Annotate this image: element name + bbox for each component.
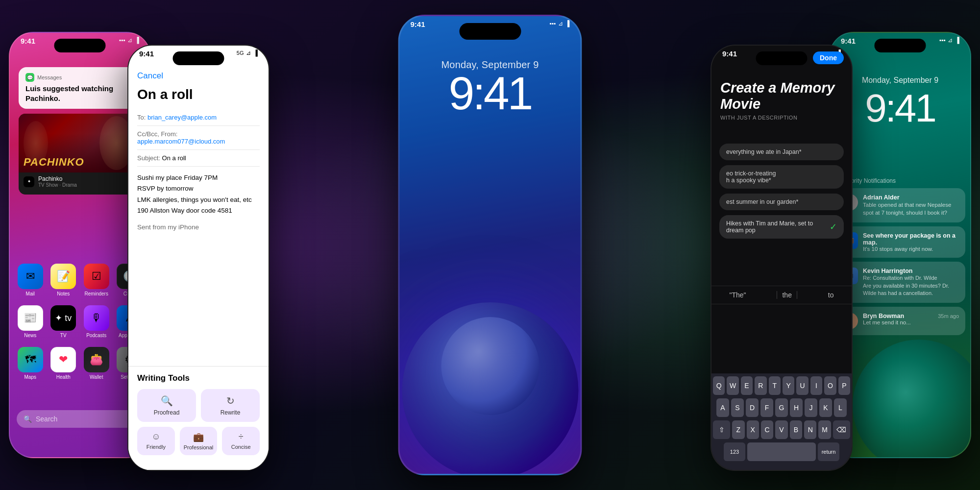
phone4-done-btn[interactable]: Done (813, 51, 844, 64)
phone1-app-podcasts[interactable]: 🎙 Podcasts (84, 305, 109, 338)
phone3-status-time: 9:41 (411, 20, 425, 28)
key-X[interactable]: X (747, 420, 759, 439)
key-J[interactable]: J (805, 398, 817, 417)
phone1-tv-card[interactable]: PACHINKO ✦ Pachinko TV Show · Drama (19, 114, 141, 195)
phone1-search-icon: 🔍 (24, 415, 32, 423)
key-U[interactable]: U (796, 376, 808, 395)
phone5-notif-3-body: Kevin Harrington Re: Consultation with D… (863, 268, 959, 297)
phone2-cancel-btn[interactable]: Cancel (137, 71, 163, 81)
phone5-notif-3-row: ✉ Kevin Harrington Re: Consultation with… (841, 268, 959, 297)
phone4-check-icon: ✓ (830, 221, 837, 232)
phone1-status-icons: ▪▪▪ ⊿ ▐ (119, 37, 139, 44)
key-E[interactable]: E (741, 376, 753, 395)
phone5-notif-2[interactable]: 📦 See where your package is on a map. It… (835, 226, 965, 258)
phone1-battery-icon: ▐ (135, 37, 139, 44)
key-V[interactable]: V (775, 420, 787, 439)
key-L[interactable]: L (834, 398, 847, 417)
key-Y[interactable]: Y (783, 376, 794, 395)
phone2-subject-value: On a roll (162, 154, 186, 162)
phone2-concise-btn[interactable]: ÷ Concise (222, 427, 260, 455)
phone2-professional-btn[interactable]: 💼 Professional (180, 427, 218, 455)
phone1-dynamic-island (54, 39, 106, 52)
key-A[interactable]: A (716, 398, 729, 417)
key-123[interactable]: 123 (724, 442, 745, 461)
key-shift[interactable]: ⇧ (713, 420, 730, 439)
phone2-friendly-btn[interactable]: ☺ Friendly (137, 427, 175, 455)
phone5-priority-header: Priority Notifications (835, 177, 965, 184)
phone1-app-notes[interactable]: 📝 Notes (50, 264, 76, 296)
phone5-notif-4[interactable]: B Bryn Bowman 35m ago Let me send it no.… (835, 307, 965, 335)
key-T[interactable]: T (769, 376, 781, 395)
phone1-app-mail[interactable]: ✉ Mail (18, 264, 43, 296)
key-space[interactable] (747, 442, 816, 461)
phone1-notif-app: Messages (37, 74, 62, 80)
phone1-reminders-icon: ☑ (84, 264, 109, 289)
phone1-app-row-3: 🗺 Maps ❤ Health 👛 Wallet (14, 347, 146, 380)
phone2-writing-tools-panel: Writing Tools 🔍 Proofread ↻ Rewrite ☺ (128, 366, 269, 470)
phone5-notif-3[interactable]: ✉ Kevin Harrington Re: Consultation with… (835, 262, 965, 303)
key-F[interactable]: F (760, 398, 773, 417)
phone1-notification-card[interactable]: 💬 Messages Luis suggested watching Pachi… (19, 67, 141, 109)
phone1-app-maps[interactable]: 🗺 Maps (18, 347, 43, 380)
key-R[interactable]: R (755, 376, 766, 395)
phone1-mail-icon: ✉ (18, 264, 43, 289)
key-B[interactable]: B (790, 420, 802, 439)
phone4-key-row-4: 123 return (713, 442, 850, 461)
phone5-notif-2-title: See where your package is on a map. (863, 232, 959, 246)
phone2-body-line2: RSVP by tomorrow (137, 183, 260, 194)
key-delete[interactable]: ⌫ (833, 420, 850, 439)
phone5-notif-3-msg: Re: Consultation with Dr. WildeAre you a… (863, 274, 959, 297)
key-M[interactable]: M (818, 420, 831, 439)
phone2-cc-value: apple.marcom077@icloud.com (137, 138, 225, 145)
phone4-autocomplete-3[interactable]: to (823, 291, 839, 299)
phone2-email-body[interactable]: Sushi my place Friday 7PM RSVP by tomorr… (137, 172, 260, 233)
key-S[interactable]: S (731, 398, 744, 417)
phone2-status-icons: 5G ⊿ ▐ (237, 49, 258, 56)
phone1-podcasts-icon: 🎙 (84, 305, 109, 331)
phone1-app-news[interactable]: 📰 News (18, 305, 43, 338)
phone4-subtitle: WITH JUST A DESCRIPTION (720, 115, 843, 121)
key-H[interactable]: H (790, 398, 803, 417)
key-W[interactable]: W (727, 376, 738, 395)
phone1-show-info: ✦ Pachinko TV Show · Drama (19, 172, 141, 191)
phone2-concise-icon: ÷ (239, 432, 244, 442)
phone2-cc-field[interactable]: Cc/Bcc, From: apple.marcom077@icloud.com (137, 126, 260, 150)
key-G[interactable]: G (775, 398, 788, 417)
phone2-rewrite-icon: ↻ (226, 395, 235, 407)
phone2-to-label: To: (137, 114, 147, 121)
phone2-rewrite-btn[interactable]: ↻ Rewrite (201, 389, 260, 422)
phone-3: 9:41 ▪▪▪ ⊿ ▐ Monday, September 9 9:41 (398, 15, 582, 475)
phone4-status-time: 9:41 (722, 49, 737, 58)
phone4-dynamic-island (756, 51, 808, 65)
phone1-show-name: Pachinko (38, 175, 77, 182)
phone3-signal-icon: ▪▪▪ (549, 20, 556, 27)
phone2-cc-label: Cc/Bcc, From: (137, 130, 177, 138)
key-O[interactable]: O (824, 376, 836, 395)
phone2-to-field[interactable]: To: brian_carey@apple.com (137, 109, 260, 126)
phone1-search-bar[interactable]: 🔍 Search (17, 410, 143, 428)
key-I[interactable]: I (810, 376, 822, 395)
key-N[interactable]: N (804, 420, 816, 439)
key-Q[interactable]: Q (713, 376, 725, 395)
key-K[interactable]: K (819, 398, 832, 417)
phone5-notif-1-row: A Adrian Alder Table opened at that new … (841, 194, 959, 217)
phone2-subject-heading: On a roll (137, 87, 260, 102)
key-Z[interactable]: Z (732, 420, 744, 439)
phone2-subject-field[interactable]: Subject: On a roll (137, 150, 260, 167)
phone4-key-row-3: ⇧ Z X C V B N M ⌫ (713, 420, 850, 439)
phone1-tv-icon: ✦ tv (50, 305, 76, 331)
phone1-news-icon: 📰 (18, 305, 43, 331)
phone2-proofread-btn[interactable]: 🔍 Proofread (137, 389, 196, 422)
phone1-app-health[interactable]: ❤ Health (50, 347, 76, 380)
key-D[interactable]: D (746, 398, 759, 417)
phone5-notif-2-msg: It's 10 stops away right now. (863, 246, 959, 252)
key-return[interactable]: return (818, 442, 839, 461)
phone1-app-reminders[interactable]: ☑ Reminders (84, 264, 109, 296)
phone1-app-wallet[interactable]: 👛 Wallet (84, 347, 109, 380)
key-C[interactable]: C (761, 420, 773, 439)
phone4-autocomplete-1[interactable]: "The" (724, 291, 751, 299)
phone4-autocomplete-2[interactable]: the (777, 291, 797, 299)
phone1-app-tv[interactable]: ✦ tv TV (50, 305, 76, 338)
phone5-notif-1[interactable]: A Adrian Alder Table opened at that new … (835, 188, 965, 222)
key-P[interactable]: P (838, 376, 850, 395)
